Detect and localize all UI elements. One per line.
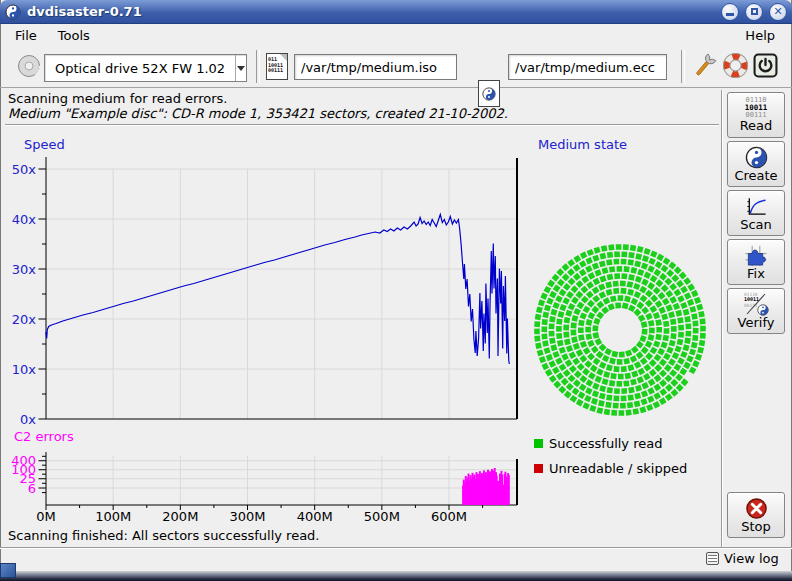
fix-puzzle-icon <box>744 244 768 267</box>
svg-text:30x: 30x <box>12 262 37 277</box>
speed-title: Speed <box>24 137 65 152</box>
menu-tools[interactable]: Tools <box>55 27 93 44</box>
yin-yang-icon <box>757 304 769 316</box>
create-button-label: Create <box>734 169 777 183</box>
legend-good-swatch <box>534 439 543 448</box>
svg-text:0M: 0M <box>36 509 56 524</box>
maximize-icon <box>751 8 758 15</box>
window-bottom-frame <box>0 571 792 581</box>
svg-text:600M: 600M <box>431 509 467 524</box>
scan-button[interactable]: Scan <box>727 190 785 236</box>
legend-item-bad: Unreadable / skipped <box>534 461 687 476</box>
scan-chart-icon <box>744 195 768 218</box>
quit-power-icon[interactable] <box>753 53 778 78</box>
view-log-button[interactable]: View log <box>706 549 779 567</box>
legend-item-good: Successfully read <box>534 436 662 451</box>
iso-icon-row: 00111 <box>267 68 287 74</box>
menu-bar: File Tools Help <box>0 24 792 46</box>
ecc-path-input[interactable] <box>508 54 667 80</box>
verify-icon: 011101001100111 <box>743 292 769 316</box>
log-list-icon <box>706 552 719 565</box>
toolbar-separator <box>256 50 260 83</box>
svg-text:25: 25 <box>19 471 36 486</box>
ecc-file-icon <box>478 80 500 107</box>
svg-text:500M: 500M <box>364 509 400 524</box>
status-bottom: Scanning finished: All sectors successfu… <box>8 528 320 543</box>
dropdown-arrow-icon <box>235 55 246 81</box>
app-logo-icon <box>5 4 21 20</box>
svg-text:20x: 20x <box>12 312 37 327</box>
cd-drive-icon[interactable] <box>16 53 42 79</box>
legend-bad-label: Unreadable / skipped <box>549 461 687 476</box>
svg-text:6: 6 <box>28 481 36 496</box>
iso-path-input[interactable] <box>294 54 457 80</box>
window-title: dvdisaster-0.71 <box>27 4 715 19</box>
create-button[interactable]: Create <box>727 141 785 187</box>
separator <box>721 90 723 547</box>
svg-text:100M: 100M <box>95 509 131 524</box>
stop-button-label: Stop <box>741 520 771 534</box>
minimize-button[interactable] <box>721 3 739 21</box>
legend-bad-swatch <box>534 464 543 473</box>
stop-button[interactable]: Stop <box>727 492 785 538</box>
preferences-wrench-icon[interactable] <box>691 51 718 81</box>
title-bar: dvdisaster-0.71 ✕ <box>0 0 792 24</box>
fix-button[interactable]: Fix <box>727 239 785 285</box>
yin-yang-icon <box>482 87 496 101</box>
menu-help[interactable]: Help <box>742 27 778 44</box>
separator <box>5 124 719 126</box>
scan-button-label: Scan <box>740 218 772 232</box>
verify-button-label: Verify <box>738 316 775 330</box>
c2-title: C2 errors <box>14 429 74 444</box>
toolbar-separator <box>681 50 685 83</box>
svg-text:400: 400 <box>11 453 36 468</box>
status-line1: Scanning medium for read errors. <box>8 91 227 106</box>
legend-good-label: Successfully read <box>549 436 662 451</box>
close-button[interactable]: ✕ <box>769 3 787 21</box>
resize-grip[interactable] <box>0 563 16 578</box>
svg-text:300M: 300M <box>229 509 265 524</box>
yin-yang-icon <box>745 146 768 169</box>
view-log-label: View log <box>724 551 779 566</box>
toolbar: Optical drive 52X FW 1.02 011 10011 0011… <box>0 46 792 88</box>
drive-select-value: Optical drive 52X FW 1.02 <box>45 61 235 76</box>
menu-file[interactable]: File <box>12 27 40 44</box>
svg-text:400M: 400M <box>297 509 333 524</box>
separator <box>0 547 792 549</box>
read-button[interactable]: 011101001100111 Read <box>727 92 785 138</box>
drive-select[interactable]: Optical drive 52X FW 1.02 <box>44 54 247 82</box>
maximize-button[interactable] <box>745 3 763 21</box>
svg-text:100: 100 <box>11 462 36 477</box>
help-lifebuoy-icon[interactable] <box>722 52 749 79</box>
svg-text:200M: 200M <box>162 509 198 524</box>
verify-button[interactable]: 011101001100111 Verify <box>727 288 785 334</box>
minimize-icon <box>726 13 734 16</box>
status-line2: Medium "Example disc": CD-R mode 1, 3534… <box>8 106 508 121</box>
svg-text:50x: 50x <box>12 162 37 177</box>
medium-state-title: Medium state <box>538 137 627 152</box>
read-binary-icon: 011101001100111 <box>745 97 768 119</box>
svg-text:0x: 0x <box>20 412 36 427</box>
stop-icon <box>745 497 768 520</box>
iso-file-icon: 011 10011 00111 <box>266 53 288 80</box>
app-window: dvdisaster-0.71 ✕ File Tools Help Optica… <box>0 0 792 581</box>
fix-button-label: Fix <box>747 267 765 281</box>
svg-text:40x: 40x <box>12 212 37 227</box>
read-button-label: Read <box>740 119 773 133</box>
svg-text:10x: 10x <box>12 362 37 377</box>
